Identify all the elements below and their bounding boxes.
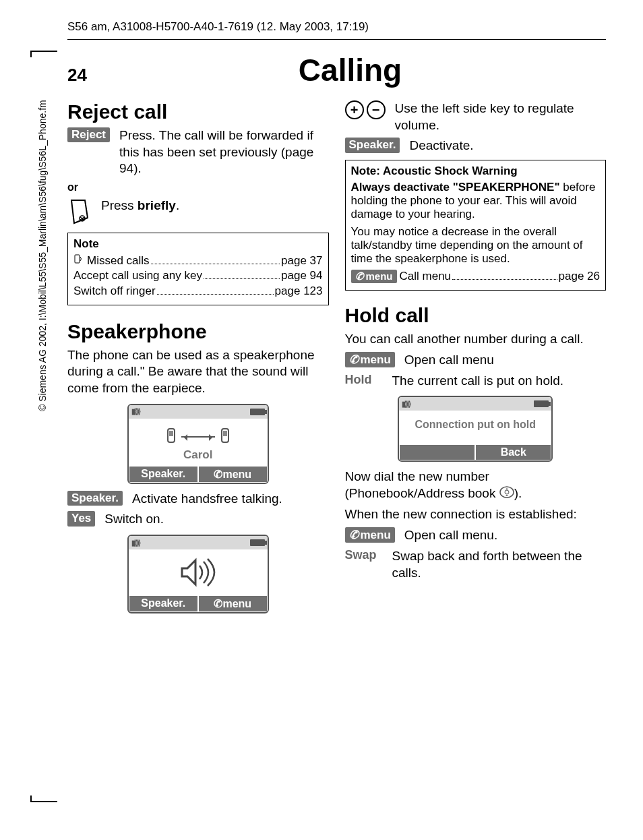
signal-icon: ▮⟩⟩⟩⟩ (402, 400, 410, 409)
softkey-back: Back (475, 444, 551, 460)
acoustic-warning-box: Note: Acoustic Shock Warning Always deac… (345, 160, 607, 291)
minus-key-icon: − (367, 100, 386, 119)
transfer-arrow-icon (181, 436, 215, 438)
volume-desc: Use the left side key to regulate volume… (395, 100, 607, 133)
softkey-menu: ✆menu (198, 595, 268, 612)
swap-desc: Swap back and forth between the calls. (392, 548, 607, 581)
signal-icon: ▮⟩⟩⟩⟩ (131, 539, 140, 547)
reject-desc: Press. The call will be forwarded if thi… (119, 127, 328, 177)
speakerphone-intro: The phone can be used as a speakerphone … (67, 347, 329, 397)
hold-intro: You can call another number during a cal… (345, 331, 607, 348)
svg-rect-3 (169, 431, 173, 436)
open-call-menu2-desc: Open call menu. (404, 527, 606, 544)
reject-call-heading: Reject call (67, 100, 329, 123)
speaker-desc: Activate handsfree talking. (132, 491, 329, 508)
hold-call-heading: Hold call (345, 304, 607, 327)
svg-rect-1 (75, 255, 80, 263)
speaker-off-softkey: Speaker. (345, 138, 400, 152)
press-briefly: Press briefly. (101, 198, 329, 214)
softkey-speaker: Speaker. (129, 595, 198, 612)
or-label: or (67, 181, 329, 193)
dial-new-number: Now dial the new number (Phonebook/Addre… (345, 469, 607, 502)
nav-key-icon (499, 486, 514, 503)
speaker-softkey: Speaker. (67, 491, 123, 506)
hold-desc: The current call is put on hold. (392, 373, 607, 390)
note-box: Note Missed callspage 37 Accept call usi… (67, 233, 329, 305)
menu-softkey: ✆menu (345, 527, 395, 543)
yes-desc: Switch on. (104, 511, 328, 528)
battery-icon (250, 409, 265, 415)
phone-icon (219, 428, 231, 446)
missed-calls-icon (73, 253, 84, 268)
call-menu-softkey: ✆menu (351, 270, 397, 283)
connection-established: When the new connection is established: (345, 506, 607, 523)
reject-softkey: Reject (67, 127, 110, 142)
svg-point-7 (505, 490, 509, 494)
phone-icon (165, 428, 177, 446)
menu-softkey: ✆menu (345, 352, 395, 367)
end-call-icon (67, 198, 92, 226)
yes-softkey: Yes (67, 511, 95, 526)
softkey-empty (399, 444, 475, 460)
svg-rect-5 (223, 431, 227, 436)
phone-screen-speaker-on: ▮⟩⟩⟩⟩ Speaker. ✆menu (127, 535, 269, 613)
phone-screen-carol: ▮⟩⟩⟩⟩ Carol Speaker. ✆menu (127, 404, 269, 484)
speakerphone-heading: Speakerphone (67, 320, 329, 343)
open-call-menu-desc: Open call menu (404, 352, 606, 369)
softkey-menu: ✆menu (198, 466, 268, 483)
doc-meta: S56 am, A31008-H5700-A40-1-7619 (12. May… (67, 20, 606, 34)
page-title: Calling (94, 52, 606, 88)
loudspeaker-icon (178, 579, 218, 591)
softkey-speaker: Speaker. (129, 466, 198, 483)
signal-icon: ▮⟩⟩⟩⟩ (131, 407, 140, 416)
battery-icon (534, 400, 549, 407)
speaker-off-desc: Deactivate. (409, 138, 606, 154)
plus-key-icon: + (345, 100, 364, 119)
hold-label: Hold (345, 373, 392, 387)
copyright-sidebar: © Siemens AG 2002, I:\Mobil\L55\S55_Marl… (37, 100, 48, 411)
battery-icon (250, 539, 265, 546)
swap-label: Swap (345, 548, 392, 562)
phone-screen-hold: ▮⟩⟩⟩⟩ Connection put on hold Back (398, 396, 553, 462)
